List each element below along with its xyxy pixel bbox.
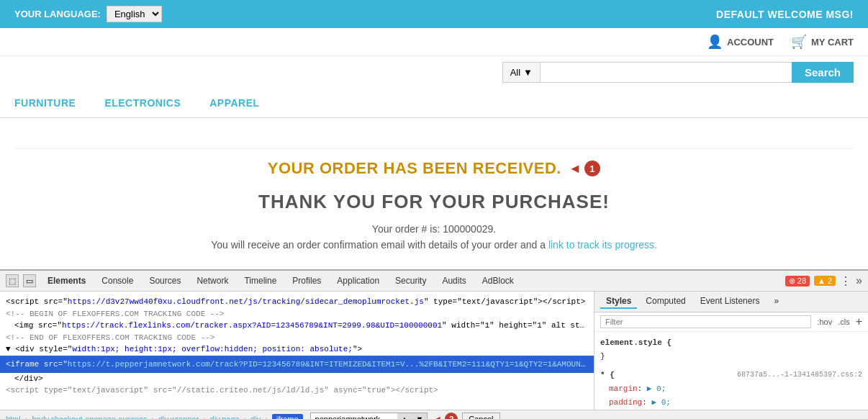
bottom-search-input[interactable]: [311, 413, 397, 419]
filter-bar: :hov .cls +: [595, 312, 868, 332]
cart-label: MY CART: [811, 37, 854, 48]
filter-add-style[interactable]: +: [856, 315, 862, 328]
second-header: 👤 ACCOUNT 🛒 MY CART: [0, 28, 868, 56]
code-line-4: <!-- END OF FLEXOFFERS.COM TRACKING CODE…: [6, 332, 588, 344]
top-bar-left: YOUR LANGUAGE: English: [14, 6, 162, 22]
code-line-6-selected[interactable]: <iframe src="https://t.pepperjamnetwork.…: [0, 356, 594, 373]
style-padding: padding: ▶ 0;: [600, 398, 671, 407]
devtools-tab-profiles[interactable]: Profiles: [285, 274, 328, 288]
devtools-more-icon[interactable]: ⋮: [840, 274, 851, 288]
right-tab-computed[interactable]: Computed: [640, 294, 691, 309]
devtools-tab-console[interactable]: Console: [94, 274, 140, 288]
devtools-tab-security[interactable]: Security: [388, 274, 433, 288]
style-block-element: element.style { }: [600, 336, 862, 363]
code-line-5[interactable]: ▼ <div style="width:1px; height:1px; ove…: [6, 343, 588, 356]
nav-item-furniture[interactable]: FURNITURE: [14, 97, 76, 109]
order-track-link[interactable]: link to track its progress.: [548, 239, 657, 251]
breadcrumb-sep-5: ›: [265, 415, 268, 419]
devtools-tab-elements[interactable]: Elements: [40, 274, 93, 288]
devtools-styles-panel: Styles Computed Event Listeners » :hov .…: [595, 292, 868, 410]
devtools-tab-timeline[interactable]: Timeline: [237, 274, 284, 288]
search-category-dropdown[interactable]: All ▼: [502, 62, 540, 83]
account-icon: 👤: [707, 34, 723, 50]
devtools-code-content: <script src="https://d3v27wwd40f0xu.clou…: [0, 292, 594, 410]
code-line-3[interactable]: <img src="https://track.flexlinks.com/tr…: [6, 320, 588, 332]
devtools-toolbar: ⬚ ▭ Elements Console Sources Network Tim…: [0, 271, 868, 292]
code-line-8[interactable]: <script type="text/javascript" src="//st…: [6, 384, 588, 397]
style-source-universal: 68737a5...-1-1341485397.css:2: [737, 369, 862, 381]
language-label: YOUR LANGUAGE:: [14, 9, 101, 19]
devtools-tab-adblock[interactable]: AdBlock: [475, 274, 521, 288]
main-content: YOUR ORDER HAS BEEN RECEIVED. ◄ 1 THANK …: [0, 118, 868, 269]
language-select[interactable]: English: [107, 6, 162, 22]
cancel-button[interactable]: Cancel: [462, 413, 499, 419]
devtools-body: <script src="https://d3v27wwd40f0xu.clou…: [0, 292, 868, 410]
style-selector-universal: * {: [600, 371, 615, 379]
right-tab-styles[interactable]: Styles: [600, 294, 637, 309]
breadcrumb-div[interactable]: div: [250, 415, 261, 419]
devtools-tab-network[interactable]: Network: [189, 274, 235, 288]
chevron-down-icon: ▼: [523, 67, 533, 78]
annotation-badge-1: 1: [584, 161, 600, 176]
search-button[interactable]: Search: [792, 62, 854, 83]
devtools-tab-sources[interactable]: Sources: [142, 274, 188, 288]
style-close-1: }: [600, 352, 605, 361]
nav-item-electronics[interactable]: ELECTRONICS: [104, 97, 181, 109]
devtools-cursor-icon[interactable]: ⬚: [6, 274, 19, 287]
annotation-2: ◄ 2: [432, 413, 458, 419]
devtools-device-icon[interactable]: ▭: [23, 274, 36, 287]
code-line-1[interactable]: <script src="https://d3v27wwd40f0xu.clou…: [6, 296, 588, 308]
nav-bar: FURNITURE ELECTRONICS APPAREL: [0, 89, 868, 118]
search-category-label: All: [510, 67, 520, 78]
order-received-title: YOUR ORDER HAS BEEN RECEIVED. ◄ 1: [268, 159, 600, 178]
style-block-universal: * { 68737a5...-1-1341485397.css:2 margin…: [600, 369, 862, 410]
filter-hov-toggle[interactable]: :hov: [817, 317, 832, 326]
order-info-number: Your order # is: 100000029.: [14, 223, 854, 235]
nav-item-apparel[interactable]: APPAREL: [209, 97, 259, 109]
welcome-message: DEFAULT WELCOME MSG!: [716, 9, 854, 20]
breadcrumb-sep-4: ›: [244, 415, 247, 419]
breadcrumb-page[interactable]: div.page: [210, 415, 240, 419]
bottom-search-down[interactable]: ▼: [412, 413, 428, 419]
arrow-left-2-icon: ◄: [432, 413, 442, 419]
order-info-email: You will receive an order confirmation e…: [14, 239, 854, 251]
cart-link[interactable]: 🛒 MY CART: [791, 34, 854, 50]
account-label: ACCOUNT: [727, 37, 774, 48]
breadcrumb-sep-3: ›: [203, 415, 206, 419]
style-margin: margin: ▶ 0;: [600, 384, 666, 393]
right-tab-more[interactable]: »: [768, 294, 785, 309]
annotation-1-arrow: ◄ 1: [569, 161, 600, 176]
order-info-text: You will receive an order confirmation e…: [211, 239, 546, 251]
code-line-2: <!-- BEGIN OF FLEXOFFERS.COM TRACKING CO…: [6, 308, 588, 320]
account-link[interactable]: 👤 ACCOUNT: [707, 34, 774, 50]
devtools-panel: ⬚ ▭ Elements Console Sources Network Tim…: [0, 269, 868, 419]
styles-filter-input[interactable]: [600, 315, 811, 328]
devtools-tab-application[interactable]: Application: [330, 274, 386, 288]
search-input[interactable]: [540, 62, 792, 83]
search-container: All ▼ Search: [502, 62, 854, 83]
search-bar: All ▼ Search: [0, 56, 868, 89]
warning-count: ▲ 2: [814, 276, 836, 286]
devtools-code-panel: <script src="https://d3v27wwd40f0xu.clou…: [0, 292, 595, 410]
right-tab-event-listeners[interactable]: Event Listeners: [695, 294, 766, 309]
bottom-search-box: ▲ ▼: [310, 413, 428, 419]
order-received-text: YOUR ORDER HAS BEEN RECEIVED.: [268, 159, 561, 178]
cart-icon: 🛒: [791, 34, 807, 50]
devtools-expand-icon[interactable]: »: [856, 274, 862, 287]
devtools-right-tabs: Styles Computed Event Listeners »: [595, 292, 868, 312]
arrow-left-icon: ◄: [569, 161, 582, 176]
thank-you-title: THANK YOU FOR YOUR PURCHASE!: [14, 191, 854, 213]
breadcrumb-sep-2: ›: [151, 415, 154, 419]
breadcrumb-iframe[interactable]: iframe: [272, 414, 303, 419]
breadcrumb-wrapper[interactable]: div.wrapper: [158, 415, 199, 419]
styles-content: element.style { } * { 68737a5...-1-13414…: [595, 332, 868, 410]
breadcrumb-body[interactable]: body.checkout-onepage-success: [32, 415, 147, 419]
code-line-7[interactable]: </div>: [6, 373, 588, 385]
breadcrumb-html[interactable]: html: [6, 415, 21, 419]
style-selector-element: element.style {: [600, 338, 672, 347]
devtools-tab-audits[interactable]: Audits: [435, 274, 473, 288]
annotation-badge-2: 2: [445, 413, 458, 419]
breadcrumb-sep-1: ›: [25, 415, 28, 419]
bottom-search-up[interactable]: ▲: [397, 413, 412, 419]
filter-cls-toggle[interactable]: .cls: [838, 317, 850, 326]
